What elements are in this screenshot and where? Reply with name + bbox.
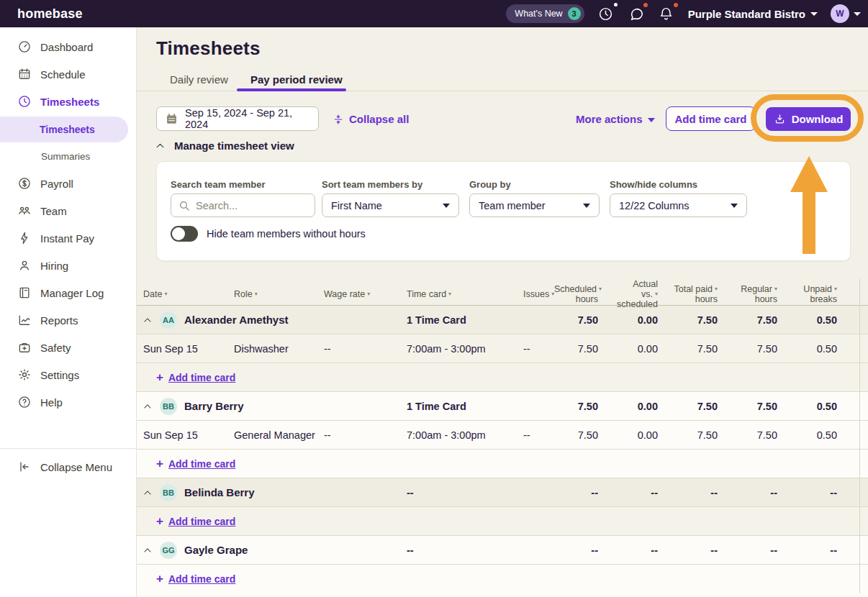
sidebar-item-settings[interactable]: Settings [0, 361, 137, 388]
sidebar-item-label: Team [40, 205, 67, 217]
add-time-card-link[interactable]: +Add time card [156, 457, 235, 471]
sidebar-item-dashboard[interactable]: Dashboard [0, 33, 137, 60]
manage-timesheet-view-toggle[interactable]: Manage timesheet view [155, 140, 294, 152]
wage-rate-cell: -- [317, 429, 399, 441]
collapse-menu-button[interactable]: Collapse Menu [0, 453, 137, 480]
time-card-row[interactable]: Sun Sep 15 Dishwasher -- 7:00am - 3:00pm… [137, 334, 868, 363]
time-clock-icon[interactable] [597, 5, 615, 22]
actual-vs-scheduled: -- [614, 544, 674, 556]
sidebar-item-instant-pay[interactable]: Instant Pay [0, 224, 137, 252]
add-time-card-link[interactable]: +Add time card [156, 370, 235, 385]
plus-icon: + [156, 370, 163, 385]
filter-caret-icon[interactable]: ▾ [774, 286, 777, 292]
chart-icon [17, 313, 32, 327]
chevron-up-icon[interactable] [143, 315, 153, 325]
collapse-all-button[interactable]: Collapse all [333, 113, 409, 125]
sidebar-item-manager-log[interactable]: Manager Log [0, 279, 137, 306]
more-actions-button[interactable]: More actions [576, 113, 655, 125]
column-header-actual-vs-scheduled[interactable]: Actual vs.▾scheduled [614, 279, 674, 309]
date-range-picker[interactable]: Sep 15, 2024 - Sep 21, 2024 [156, 106, 319, 131]
time-card-summary: 1 Time Card [399, 401, 515, 412]
group-row[interactable]: BB Belinda Berry -- -- -- -- -- -- [137, 478, 868, 507]
whats-new-button[interactable]: What's New 3 [506, 4, 584, 23]
filter-caret-icon[interactable]: ▾ [715, 286, 718, 292]
column-header-total-paid-hours[interactable]: Total paid▾hours [674, 284, 733, 304]
company-switcher[interactable]: Purple Standard Bistro [688, 8, 818, 20]
time-card-summary: 1 Time Card [399, 314, 515, 326]
sidebar-divider [0, 448, 137, 449]
add-time-card-button[interactable]: Add time card [666, 106, 756, 131]
column-header-role[interactable]: Role▾ [227, 289, 317, 299]
sidebar-item-payroll[interactable]: Payroll [0, 170, 137, 197]
sidebar-item-label: Help [40, 396, 63, 409]
wage-rate-cell: -- [317, 343, 399, 355]
search-input[interactable] [196, 200, 304, 211]
columns-value: 12/22 Columns [619, 200, 690, 211]
chevron-up-icon[interactable] [143, 401, 153, 411]
filter-caret-icon[interactable]: ▾ [599, 286, 602, 292]
add-time-card-link[interactable]: +Add time card [156, 572, 235, 586]
column-header-wage-rate[interactable]: Wage rate▾ [317, 289, 399, 299]
sidebar-item-label: Reports [40, 314, 78, 327]
tab-daily-review[interactable]: Daily review [170, 73, 228, 86]
chevron-down-icon [731, 204, 738, 208]
sidebar-item-safety[interactable]: Safety [0, 334, 137, 361]
filter-caret-icon[interactable]: ▾ [834, 286, 837, 292]
sidebar-subitem-summaries[interactable]: Summaries [0, 142, 137, 170]
tab-pay-period-review[interactable]: Pay period review [250, 73, 343, 86]
sort-select[interactable]: First Name [322, 193, 459, 217]
account-menu[interactable]: W [831, 4, 861, 23]
download-button[interactable]: Download [766, 107, 851, 131]
add-time-card-link[interactable]: +Add time card [156, 514, 235, 529]
lightning-icon [17, 231, 32, 245]
chevron-down-icon [648, 118, 655, 122]
column-header-time-card[interactable]: Time card▾ [399, 289, 515, 299]
chevron-up-icon[interactable] [143, 488, 153, 498]
group-row[interactable]: BB Barry Berry 1 Time Card 7.50 0.00 7.5… [137, 392, 868, 421]
column-header-scheduled-hours[interactable]: Scheduled▾hours [554, 284, 614, 304]
regular-hours: 7.50 [733, 314, 793, 326]
unpaid-breaks: 0.50 [793, 343, 853, 355]
sidebar-item-help[interactable]: Help [0, 388, 137, 416]
sidebar-item-reports[interactable]: Reports [0, 306, 137, 334]
sidebar-item-team[interactable]: Team [0, 197, 137, 224]
filter-caret-icon[interactable]: ▾ [367, 291, 370, 297]
add-time-card-row: +Add time card [137, 363, 868, 392]
actual-vs-scheduled: 0.00 [614, 343, 674, 355]
column-header-unpaid-breaks[interactable]: Unpaid▾breaks [793, 284, 853, 304]
toggle-knob [172, 227, 185, 240]
notifications-bell-icon[interactable] [658, 5, 675, 22]
date-cell: Sun Sep 15 [137, 429, 227, 441]
sidebar-item-label: Timesheets [40, 96, 99, 108]
avatar: BB [160, 484, 177, 501]
page-title: Timesheets [156, 37, 261, 60]
columns-select[interactable]: 12/22 Columns [610, 193, 747, 217]
sort-value: First Name [331, 200, 382, 211]
group-row[interactable]: GG Gayle Grape -- -- -- -- -- -- [137, 536, 868, 565]
sidebar-item-label: Payroll [40, 178, 73, 190]
help-icon [17, 395, 32, 409]
filter-caret-icon[interactable]: ▾ [655, 291, 658, 297]
column-header-regular-hours[interactable]: Regular▾hours [733, 284, 793, 304]
clock-notification-dot [614, 3, 618, 6]
chevron-up-icon[interactable] [143, 545, 153, 555]
sidebar-item-schedule[interactable]: Schedule [0, 60, 137, 88]
sidebar-item-hiring[interactable]: Hiring [0, 252, 137, 279]
filter-caret-icon[interactable]: ▾ [255, 291, 258, 297]
group-by-select[interactable]: Team member [469, 193, 600, 217]
total-paid-hours: -- [674, 487, 733, 498]
sidebar-subitem-timesheets[interactable]: Timesheets [0, 115, 137, 142]
filter-caret-icon[interactable]: ▾ [164, 291, 167, 297]
sidebar-subitem-label: Timesheets [0, 117, 128, 142]
hide-members-toggle[interactable] [171, 226, 198, 242]
group-row[interactable]: AA Alexander Amethyst 1 Time Card 7.50 0… [137, 306, 868, 334]
filter-caret-icon[interactable]: ▾ [448, 291, 451, 297]
sidebar-item-label: Instant Pay [40, 232, 94, 245]
sidebar-item-timesheets[interactable]: Timesheets [0, 88, 137, 115]
messages-icon[interactable] [628, 5, 645, 22]
total-paid-hours: 7.50 [674, 343, 733, 355]
column-header-date[interactable]: Date▾ [137, 289, 227, 299]
column-header-issues[interactable]: Issues▾ [515, 289, 554, 299]
time-card-row[interactable]: Sun Sep 15 General Manager -- 7:00am - 3… [137, 421, 868, 450]
table-right-border [859, 279, 860, 593]
